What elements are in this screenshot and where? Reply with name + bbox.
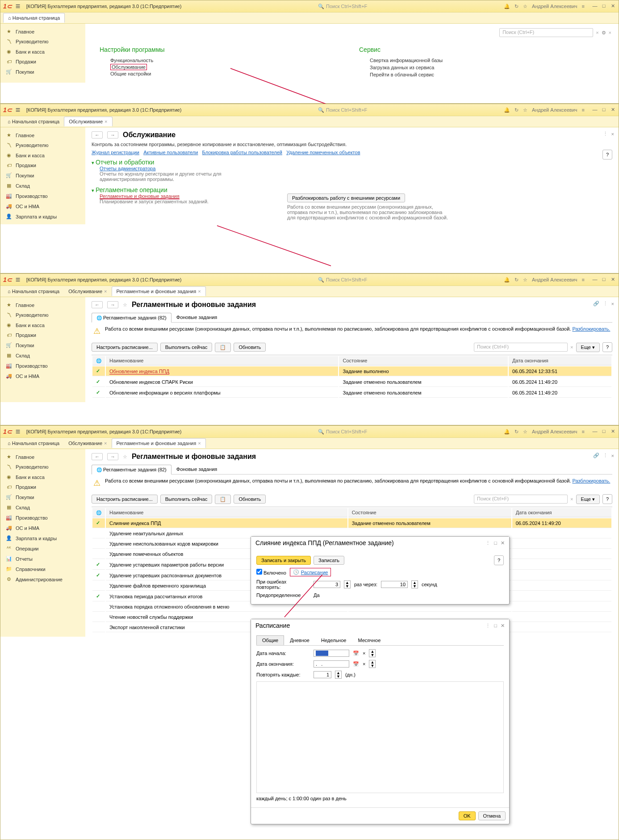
link-delete[interactable]: Удаление помеченных объектов <box>286 150 360 155</box>
star-icon[interactable]: ☆ <box>523 107 527 113</box>
min-button[interactable]: — <box>592 277 598 283</box>
menu-icon[interactable] <box>16 427 23 437</box>
sidebar-head[interactable]: 〽Руководителю <box>0 462 85 472</box>
sidebar-head[interactable]: 〽Руководителю <box>0 37 85 46</box>
burger-right-icon[interactable]: ≡ <box>582 4 585 9</box>
burger-right-icon[interactable]: ≡ <box>582 277 585 282</box>
help-button[interactable]: ? <box>494 555 504 565</box>
back-button[interactable]: ← <box>92 131 103 139</box>
sidebar-os[interactable]: 🚚ОС и НМА <box>0 201 85 211</box>
subtab-background[interactable]: Фоновые задания <box>171 464 222 474</box>
sidebar-buy[interactable]: 🛒Покупки <box>0 67 85 77</box>
link-func[interactable]: Функциональность <box>110 57 345 64</box>
star-icon[interactable]: ☆ <box>523 277 527 283</box>
link-service[interactable]: Обслуживание <box>110 64 147 70</box>
bell-icon[interactable]: 🔔 <box>504 277 510 283</box>
sidebar-main[interactable]: ★Главное <box>0 300 85 310</box>
sidebar-prod[interactable]: 🏭Производство <box>0 512 85 523</box>
link-svc1[interactable]: Свертка информационной базы <box>370 57 604 64</box>
user-label[interactable]: Андрей Алексеевич <box>532 277 577 282</box>
ok-button[interactable]: OK <box>459 811 476 820</box>
spinner-icon[interactable]: ▲▼ <box>369 649 376 657</box>
sidebar-bank[interactable]: ◉Банк и касса <box>0 150 85 160</box>
col-name[interactable]: Наименование <box>106 508 347 517</box>
search-top[interactable]: 🔍 Поиск Ctrl+Shift+F <box>318 429 367 435</box>
sidebar-refs[interactable]: 📁Справочники <box>0 564 85 574</box>
search-main[interactable]: Поиск (Ctrl+F) <box>499 28 593 37</box>
sidebar-bank[interactable]: ◉Банк и касса <box>0 46 85 57</box>
sidebar-sales[interactable]: 🏷Продажи <box>0 160 85 170</box>
close-button[interactable]: ✕ <box>610 107 616 113</box>
restore-icon[interactable]: □ <box>494 540 497 546</box>
sched-tab-general[interactable]: Общие <box>256 635 284 645</box>
fwd-button[interactable]: → <box>107 301 118 308</box>
refresh-button[interactable]: Обновить <box>234 495 266 504</box>
close-tab-icon[interactable]: × <box>198 441 201 446</box>
fwd-button[interactable]: → <box>107 453 118 460</box>
sidebar-sales[interactable]: 🏷Продажи <box>0 330 85 340</box>
col-state[interactable]: Состояние <box>339 356 508 365</box>
clear-icon[interactable]: × <box>570 344 573 350</box>
more-button[interactable]: Еще ▾ <box>576 343 600 352</box>
sidebar-bank[interactable]: ◉Банк и касса <box>0 472 85 482</box>
help-button[interactable]: ? <box>602 342 612 352</box>
subtab-background[interactable]: Фоновые задания <box>171 312 222 322</box>
section-reports[interactable]: Отчеты и обработки <box>96 159 154 166</box>
burger-right-icon[interactable]: ≡ <box>582 429 585 434</box>
save-button[interactable]: Записать <box>314 556 344 565</box>
tab-jobs[interactable]: Регламентные и фоновые задания× <box>112 438 206 448</box>
sidebar-prod[interactable]: 🏭Производство <box>0 361 85 371</box>
section-jobs[interactable]: Регламентные операции <box>96 186 167 193</box>
close-tab-icon[interactable]: × <box>104 289 107 294</box>
calendar-icon[interactable]: 📅 <box>353 661 359 667</box>
sidebar-head[interactable]: 〽Руководителю <box>0 310 85 320</box>
search-top[interactable]: 🔍 Поиск Ctrl+Shift+F <box>318 107 367 113</box>
menu-icon[interactable] <box>16 275 23 285</box>
link-admin-reports[interactable]: Отчеты администратора <box>100 166 155 171</box>
tab-service[interactable]: Обслуживание× <box>64 439 111 448</box>
tab-service[interactable]: Обслуживание× <box>64 287 111 296</box>
history-icon[interactable]: ↻ <box>514 107 519 113</box>
history-icon[interactable]: ↻ <box>514 277 519 283</box>
tab-service[interactable]: Обслуживание× <box>64 117 112 126</box>
link-icon[interactable]: 🔗 <box>593 453 599 458</box>
bell-icon[interactable]: 🔔 <box>504 429 510 435</box>
table-row[interactable]: ✓Обновление информации о версиях платфор… <box>92 388 611 398</box>
sidebar-stock[interactable]: ▦Склад <box>0 350 85 361</box>
calendar-button[interactable]: 📋 <box>215 343 231 352</box>
restore-icon[interactable]: □ <box>494 623 497 629</box>
search-top[interactable]: 🔍 Поиск Ctrl+Shift+F <box>318 4 367 9</box>
col-date[interactable]: Дата окончания <box>512 508 611 517</box>
schedule-config-button[interactable]: Настроить расписание... <box>92 495 158 504</box>
user-label[interactable]: Андрей Алексеевич <box>532 4 577 9</box>
kebab-icon[interactable]: ⋮ <box>603 301 608 307</box>
sidebar-prod[interactable]: 🏭Производство <box>0 191 85 201</box>
close-icon[interactable]: ✕ <box>501 623 505 629</box>
link-unblock[interactable]: Разблокировать. <box>572 478 610 483</box>
link-svc2[interactable]: Загрузка данных из сервиса <box>370 64 604 71</box>
gear-icon[interactable]: ⚙ <box>602 30 606 36</box>
close-panel-icon[interactable]: × <box>611 131 614 137</box>
bell-icon[interactable]: 🔔 <box>504 4 510 9</box>
table-row[interactable]: ✓Обновление индекса ППДЗадание выполнено… <box>92 366 611 376</box>
spinner-icon[interactable]: ▲▼ <box>369 660 376 668</box>
star-icon[interactable]: ☆ <box>123 454 127 460</box>
close-tab-icon[interactable]: × <box>105 119 107 124</box>
link-users[interactable]: Активные пользователи <box>143 150 198 155</box>
min-button[interactable]: — <box>592 3 598 9</box>
fwd-button[interactable]: → <box>107 131 118 139</box>
sidebar-ops[interactable]: ᴬᴷОперации <box>0 543 85 554</box>
max-button[interactable]: □ <box>601 428 607 435</box>
col-state[interactable]: Состояние <box>348 508 511 517</box>
clear-icon[interactable]: × <box>570 496 573 502</box>
link-icon[interactable]: 🔗 <box>593 301 599 307</box>
back-button[interactable]: ← <box>92 301 103 308</box>
sched-tab-monthly[interactable]: Месячное <box>352 635 386 645</box>
close-tab-icon[interactable]: × <box>198 289 201 294</box>
filter-input[interactable]: Поиск (Ctrl+F) <box>474 495 568 504</box>
clear-icon[interactable]: × <box>596 30 598 35</box>
kebab-icon[interactable]: ⋮ <box>603 131 608 137</box>
link-log[interactable]: Журнал регистрации <box>92 150 139 155</box>
user-label[interactable]: Андрей Алексеевич <box>532 107 577 113</box>
table-row[interactable]: ✓Обновление индексов СПАРК РискиЗадание … <box>92 377 611 387</box>
